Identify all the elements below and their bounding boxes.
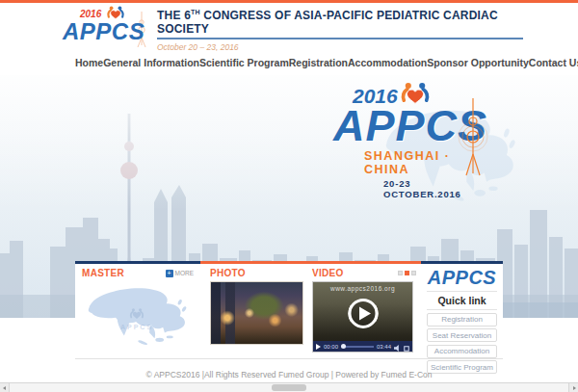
master-more-button[interactable]: + MORE [166,270,195,277]
play-button-icon[interactable] [346,296,381,334]
footer-copyright: © APPCS2016 |All Rights Reserved Fumed G… [0,370,578,379]
master-panel: MASTER + MORE [75,261,200,358]
quicklink-seat-reservation[interactable]: Seat Reservation [427,328,497,342]
scrollbar-track[interactable] [10,383,568,392]
nav-general-information[interactable]: General Information [103,57,199,68]
video-title: VIDEO [312,268,344,278]
asia-map-image: APPCS [82,281,192,354]
main-nav: Home General Information Scientific Prog… [75,51,503,74]
nav-registration[interactable]: Registration [289,57,348,68]
quicklink-heading: Quick link [427,292,497,310]
nav-scientific-program[interactable]: Scientific Program [199,57,289,68]
video-time-current: 00:00 [324,344,338,350]
video-panel: VIDEO www.appcs2016.org [308,264,421,358]
page-title: THE 6TH CONGRESS OF ASIA-PACIFIC PEDIATR… [157,9,523,39]
horizontal-scrollbar[interactable] [0,382,578,392]
plus-icon: + [166,270,173,277]
logo-acronym: APPCS [63,18,144,45]
site-header: 2016 APPCS THE 6TH CONGRESS OF ASIA-PACI… [0,3,578,51]
carousel-dot-1[interactable] [398,271,403,275]
video-watermark: www.appcs2016.org [313,285,412,292]
master-title: MASTER [82,268,124,278]
photo-panel: PHOTO [200,264,308,358]
scrollbar-thumb[interactable] [272,384,306,391]
pearl-tower-sketch-icon [457,96,489,183]
scroll-right-arrow[interactable] [568,383,578,392]
nav-accommodation[interactable]: Accommodation [348,57,427,68]
carousel-dots [398,271,416,275]
middle-panels: PHOTO VIDEO www.appcs2016.org [200,261,421,358]
quicklink-sidebar: APPCS Quick link Registration Seat Reser… [421,261,503,358]
carousel-dot-2[interactable] [405,271,409,275]
quicklink-accommodation[interactable]: Accommodation [427,345,497,358]
nav-sponsor-opportunity[interactable]: Sponsor Opportunity [427,57,529,68]
nav-contact-us[interactable]: Contact Us [529,57,578,68]
photo-thumbnail[interactable] [210,281,303,345]
photo-title: PHOTO [210,268,246,278]
carousel-dot-3[interactable] [411,271,416,275]
quicklink-registration[interactable]: Registration [427,313,497,327]
page: 2016 APPCS THE 6TH CONGRESS OF ASIA-PACI… [0,0,578,392]
fullscreen-icon[interactable] [404,338,409,355]
scroll-left-arrow[interactable] [0,383,10,392]
video-progress-bar[interactable] [341,346,374,348]
sidebar-logo: APPCS [427,266,497,292]
content-area: MASTER + MORE [75,261,503,359]
video-play-control[interactable] [316,344,321,350]
hero-congress-logo: 2016 APPCS SHANGHAI · CHINA 20-23 OCTOBE… [333,81,487,199]
video-control-bar: 00:00 03:44 [313,341,412,352]
map-watermark: APPCS [82,306,192,330]
volume-icon[interactable] [394,338,401,355]
video-player[interactable]: www.appcs2016.org 00:00 03:44 [312,281,413,353]
nav-home[interactable]: Home [75,57,103,68]
site-logo[interactable]: 2016 APPCS [55,7,151,49]
video-time-total: 03:44 [377,344,391,350]
